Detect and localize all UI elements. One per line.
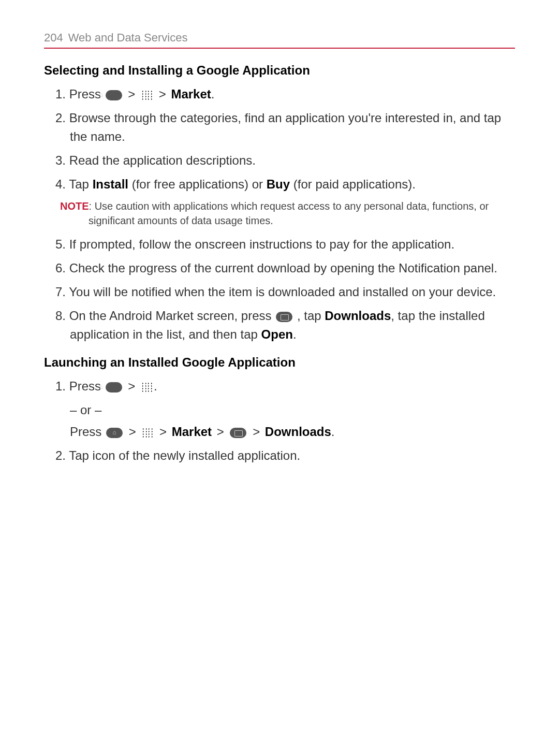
market-label: Market: [172, 425, 212, 439]
separator: >: [125, 87, 139, 101]
buy-label: Buy: [267, 177, 290, 191]
step-text: Press: [70, 425, 105, 439]
market-label: Market: [171, 87, 211, 101]
separator: >: [125, 425, 139, 439]
page-number: 204: [44, 31, 63, 45]
step-text: , tap: [293, 309, 325, 323]
step-text: Tap: [69, 177, 92, 191]
section-heading: Selecting and Installing a Google Applic…: [44, 63, 515, 78]
note-text: : Use caution with applications which re…: [89, 200, 489, 226]
step-suffix: .: [293, 327, 297, 341]
step-2: 2. Browse through the categories, find a…: [44, 109, 515, 146]
downloads-label: Downloads: [325, 309, 391, 323]
menu-icon: [276, 312, 292, 322]
separator: >: [156, 425, 170, 439]
step-2: 2. Tap icon of the newly installed appli…: [44, 446, 515, 465]
section-launch: Launching an Installed Google Applicatio…: [44, 355, 515, 465]
step-number: 2.: [55, 111, 66, 125]
step-number: 1.: [55, 87, 66, 101]
step-number: 5.: [55, 237, 66, 251]
open-label: Open: [261, 327, 293, 341]
step-text: If prompted, follow the onscreen instruc…: [69, 237, 454, 251]
downloads-label: Downloads: [265, 425, 331, 439]
step-suffix: .: [211, 87, 215, 101]
step-5: 5. If prompted, follow the onscreen inst…: [44, 235, 515, 254]
page-header: 204 Web and Data Services: [44, 31, 515, 49]
step-3: 3. Read the application descriptions.: [44, 151, 515, 170]
step-text: Read the application descriptions.: [69, 153, 256, 167]
section-install: Selecting and Installing a Google Applic…: [44, 63, 515, 344]
note-label: NOTE: [60, 200, 89, 212]
separator: >: [155, 87, 169, 101]
step-number: 4.: [55, 177, 66, 191]
step-4: 4. Tap Install (for free applications) o…: [44, 175, 515, 194]
step-text: Tap icon of the newly installed applicat…: [69, 448, 300, 462]
step-number: 8.: [55, 309, 66, 323]
separator: >: [249, 425, 263, 439]
step-number: 3.: [55, 153, 66, 167]
or-line: – or –: [44, 401, 515, 419]
step-number: 7.: [55, 285, 66, 299]
apps-icon: [141, 90, 153, 100]
home-icon: [106, 428, 123, 438]
home-icon: [106, 382, 122, 392]
menu-icon: [230, 428, 246, 438]
step-text: You will be notified when the item is do…: [69, 285, 496, 299]
step-number: 6.: [55, 261, 66, 275]
step-text: (for free applications) or: [128, 177, 267, 191]
step-number: 2.: [55, 448, 66, 462]
step-text: Browse through the categories, find an a…: [69, 111, 501, 143]
step-1: 1. Press > > Market.: [44, 85, 515, 104]
step-7: 7. You will be notified when the item is…: [44, 283, 515, 301]
step-suffix: .: [154, 379, 157, 393]
step-text: On the Android Market screen, press: [69, 309, 275, 323]
apps-icon: [142, 428, 153, 438]
step-number: 1.: [55, 379, 66, 393]
note-block: NOTE: Use caution with applications whic…: [52, 199, 515, 228]
section-heading: Launching an Installed Google Applicatio…: [44, 355, 515, 370]
install-label: Install: [93, 177, 128, 191]
alt-path: Press > > Market > > Downloads.: [44, 423, 515, 441]
chapter-title: Web and Data Services: [68, 31, 188, 45]
step-8: 8. On the Android Market screen, press ,…: [44, 307, 515, 344]
step-text: (for paid applications).: [290, 177, 416, 191]
separator: >: [213, 425, 227, 439]
step-6: 6. Check the progress of the current dow…: [44, 259, 515, 278]
home-icon: [106, 90, 122, 100]
step-1: 1. Press > .: [44, 377, 515, 396]
separator: >: [125, 379, 139, 393]
apps-icon: [141, 382, 153, 392]
step-suffix: .: [331, 425, 335, 439]
step-text: Check the progress of the current downlo…: [69, 261, 497, 275]
